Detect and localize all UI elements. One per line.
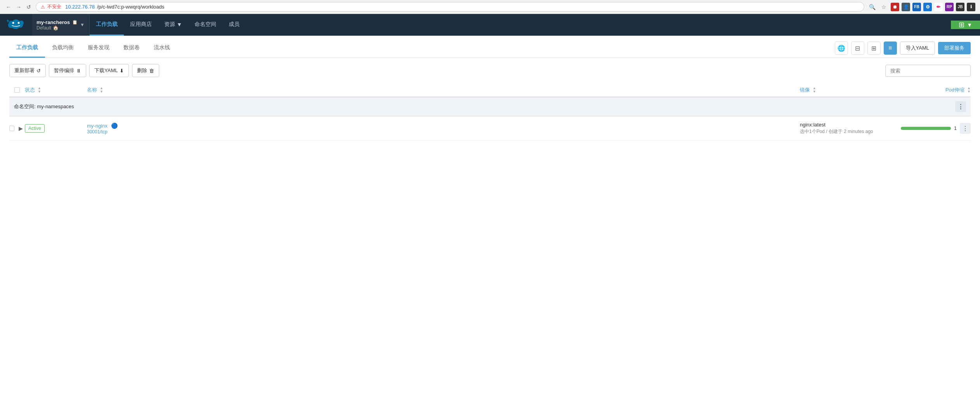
sub-tab-actions: 🌐 ⊟ ⊞ ≡ 导入YAML 部署服务	[835, 41, 971, 55]
security-warning-icon: ⚠	[41, 4, 45, 10]
ext-jb-icon[interactable]: JB	[956, 3, 964, 11]
header-image[interactable]: 镜像 ▲▼	[800, 86, 901, 93]
browser-icon-group: 🔍 ☆ ⏺ 👤 FB ⚙ ✏ RP JB ℹ	[867, 2, 975, 12]
ext-user-icon[interactable]: 👤	[902, 3, 910, 11]
row-name-col: my-nginx 🔵 30001/tcp	[87, 123, 800, 135]
ext-info-icon[interactable]: ℹ	[967, 3, 975, 11]
back-button[interactable]: ←	[5, 3, 12, 11]
view-globe-button[interactable]: 🌐	[835, 41, 848, 55]
table-header: 状态 ▲▼ 名称 ▲▼ 镜像 ▲▼ Pod伸缩 ▲▼	[9, 83, 971, 97]
reload-button[interactable]: ↺	[25, 3, 33, 11]
image-sort-icon: ▲▼	[813, 86, 816, 93]
delete-icon: 🗑	[149, 68, 154, 74]
row-image-col: nginx:latest 选中1个Pod / 创建于 2 minutes ago	[800, 122, 901, 135]
scale-number: 1	[954, 126, 957, 131]
tab-volumes[interactable]: 数据卷	[116, 39, 147, 58]
row-more-button[interactable]: ⋮	[960, 123, 971, 134]
row-status-col: Active	[25, 124, 87, 133]
pod-scale-sort-icon: ▲▼	[967, 86, 971, 93]
cluster-selector[interactable]: my-rancheros 📋 Default 🏠 ▼	[32, 14, 90, 36]
search-icon[interactable]: 🔍	[867, 2, 877, 12]
scale-bar	[901, 127, 951, 130]
main-nav: 工作负载 应用商店 资源 ▼ 命名空间 成员	[90, 14, 246, 36]
url-path: /p/c-lwd7c:p-wwqrq/workloads	[97, 4, 164, 10]
status-badge: Active	[25, 124, 45, 133]
delete-button[interactable]: 删除 🗑	[132, 64, 159, 77]
nav-item-resources[interactable]: 资源 ▼	[158, 14, 188, 36]
view-list-button[interactable]: ≡	[884, 41, 897, 55]
ext-fb-icon[interactable]: FB	[912, 3, 921, 11]
name-sort-icon: ▲▼	[100, 86, 103, 93]
nav-chevron-right: ▼	[967, 22, 972, 28]
view-group-button[interactable]: ⊞	[867, 41, 881, 55]
row-checkbox[interactable]	[9, 126, 14, 131]
view-grid-button[interactable]: ⊟	[851, 41, 864, 55]
main-content: 工作负载 负载均衡 服务发现 数据卷 流水线 🌐 ⊟ ⊞ ≡ 导入YAML 部署…	[0, 36, 980, 141]
ext-edit-icon[interactable]: ✏	[934, 3, 943, 11]
header-pod-scale[interactable]: Pod伸缩 ▲▼	[901, 86, 971, 93]
scale-bar-container	[901, 127, 951, 130]
cluster-sub-icon: 🏠	[53, 25, 59, 31]
tab-pipeline[interactable]: 流水线	[147, 39, 177, 58]
header-name[interactable]: 名称 ▲▼	[87, 86, 800, 93]
pause-icon: ⏸	[76, 68, 81, 74]
workload-node-icon: 🔵	[111, 123, 118, 129]
workload-port-link[interactable]: 30001/tcp	[87, 129, 108, 135]
row-checkbox-col: ▶	[9, 124, 25, 133]
nav-item-workloads[interactable]: 工作负载	[90, 14, 124, 36]
workload-name-link[interactable]: my-nginx	[87, 123, 108, 129]
pause-button[interactable]: 暂停编排 ⏸	[49, 64, 86, 77]
nav-right: ⊞ ▼	[951, 21, 980, 29]
image-name: nginx:latest	[800, 122, 901, 128]
nav-resources-label-group: 资源 ▼	[164, 21, 182, 28]
header-status[interactable]: 状态 ▲▼	[25, 86, 87, 93]
browser-controls: ← → ↺	[5, 3, 33, 11]
deploy-icon: ⊞	[959, 21, 964, 29]
image-meta: 选中1个Pod / 创建于 2 minutes ago	[800, 128, 901, 135]
redeploy-button[interactable]: 重新部署 ↺	[9, 64, 46, 77]
bookmark-icon[interactable]: ☆	[879, 2, 888, 12]
security-warning-label: 不安全	[47, 3, 61, 10]
row-pod-scale-col: 1 ⋮	[901, 123, 971, 134]
ext-rp-icon[interactable]: RP	[945, 3, 954, 11]
deploy-service-button[interactable]: 部署服务	[938, 42, 971, 54]
header-checkbox-col	[9, 87, 25, 93]
resources-chevron-icon: ▼	[177, 21, 182, 28]
select-all-checkbox[interactable]	[14, 87, 20, 93]
nav-item-members[interactable]: 成员	[222, 14, 246, 36]
nav-item-namespaces[interactable]: 命名空间	[188, 14, 222, 36]
nav-item-appstore[interactable]: 应用商店	[124, 14, 158, 36]
rancher-logo	[6, 18, 26, 32]
toolbar: 重新部署 ↺ 暂停编排 ⏸ 下载YAML ⬇ 删除 🗑	[9, 58, 971, 83]
status-sort-icon: ▲▼	[38, 86, 41, 93]
app-nav: my-rancheros 📋 Default 🏠 ▼ 工作负载 应用商店 资源 …	[0, 14, 980, 36]
ext-stop-icon[interactable]: ⏺	[891, 3, 899, 11]
namespace-label: 命名空间: my-namespaces	[14, 103, 74, 110]
redeploy-icon: ↺	[36, 68, 41, 74]
ext-settings-icon[interactable]: ⚙	[923, 3, 932, 11]
global-deploy-button[interactable]: ⊞ ▼	[951, 21, 980, 29]
browser-chrome: ← → ↺ ⚠ 不安全 10.222.76.78/p/c-lwd7c:p-wwq…	[0, 0, 980, 14]
import-yaml-button[interactable]: 导入YAML	[900, 41, 935, 55]
cluster-name: my-rancheros	[36, 19, 70, 25]
url-host: 10.222.76.78	[65, 4, 95, 10]
forward-button[interactable]: →	[15, 3, 23, 11]
tab-workloads[interactable]: 工作负载	[9, 39, 45, 58]
app-logo	[0, 18, 32, 32]
row-expand-button[interactable]: ▶	[17, 124, 25, 133]
download-icon: ⬇	[120, 68, 124, 74]
search-input[interactable]	[885, 65, 971, 77]
tab-load-balance[interactable]: 负载均衡	[45, 39, 81, 58]
namespace-group-row: 命名空间: my-namespaces ⋮	[9, 97, 971, 116]
cluster-copy-icon: 📋	[72, 20, 78, 25]
table-row: ▶ Active my-nginx 🔵 30001/tcp nginx:late…	[9, 116, 971, 141]
cluster-chevron-icon: ▼	[80, 22, 85, 28]
svg-point-2	[18, 22, 20, 24]
address-bar[interactable]: ⚠ 不安全 10.222.76.78/p/c-lwd7c:p-wwqrq/wor…	[36, 2, 864, 12]
tab-service-discovery[interactable]: 服务发现	[81, 39, 116, 58]
download-yaml-button[interactable]: 下载YAML ⬇	[89, 64, 129, 77]
cluster-sub: Default 🏠	[36, 25, 78, 31]
namespace-more-button[interactable]: ⋮	[955, 101, 966, 112]
svg-point-1	[12, 22, 14, 24]
sub-tabs: 工作负载 负载均衡 服务发现 数据卷 流水线 🌐 ⊟ ⊞ ≡ 导入YAML 部署…	[9, 36, 971, 58]
